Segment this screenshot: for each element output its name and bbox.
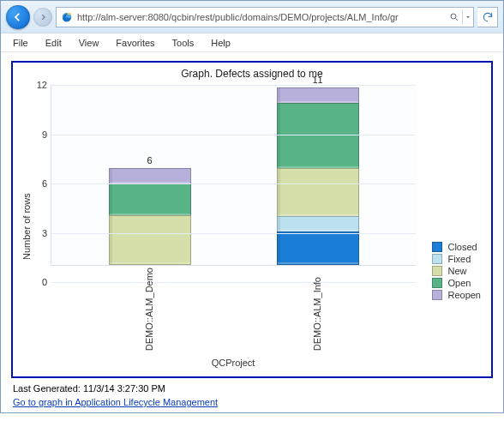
chart-title: Graph. Defects assigned to me [20, 68, 484, 80]
plot-area: Number of rows 036912 611 DEMO::ALM_Demo… [20, 85, 484, 368]
arrow-left-icon [12, 11, 24, 23]
legend-label: Reopen [447, 290, 481, 300]
bar-segment-open [277, 103, 359, 169]
menu-file[interactable]: File [4, 35, 37, 51]
search-dropdown-button[interactable] [463, 14, 473, 21]
legend-item: New [432, 265, 481, 277]
url-input[interactable] [77, 8, 447, 27]
svg-point-1 [67, 13, 71, 15]
back-button[interactable] [6, 5, 30, 29]
legend-swatch [432, 278, 442, 288]
bar-segment-reopen [109, 168, 191, 184]
bar-segment-new [277, 168, 359, 218]
legend-swatch [432, 242, 442, 252]
bar-segment-reopen [277, 87, 359, 104]
x-axis-label: QCProject [51, 358, 416, 368]
y-tick: 6 [42, 178, 47, 189]
bar-total-label: 6 [109, 155, 191, 165]
page-content: Graph. Defects assigned to me Number of … [1, 52, 503, 412]
bar-segment-new [109, 215, 191, 265]
y-axis-label: Number of rows [20, 85, 32, 368]
legend-label: New [447, 266, 466, 276]
footer: Last Generated: 11/3/14 3:27:30 PM Go to… [11, 378, 493, 407]
legend-item: Closed [432, 241, 481, 253]
y-tick: 9 [42, 129, 47, 140]
browser-toolbar [1, 1, 503, 33]
legend-label: Closed [447, 242, 477, 252]
chart-frame: Graph. Defects assigned to me Number of … [11, 61, 493, 378]
open-alm-link[interactable]: Go to graph in Application Lifecycle Man… [13, 397, 218, 407]
arrow-right-icon [39, 13, 47, 21]
bar-segment-open [109, 183, 191, 216]
menu-bar: File Edit View Favorites Tools Help [1, 33, 503, 52]
legend-swatch [432, 254, 442, 264]
menu-view[interactable]: View [70, 35, 108, 51]
menu-help[interactable]: Help [202, 35, 239, 51]
y-tick: 3 [42, 228, 47, 238]
refresh-icon [482, 11, 494, 23]
y-tick: 12 [37, 80, 47, 90]
x-axis: DEMO::ALM_DemoDEMO::ALM_Info [51, 268, 416, 356]
legend: ClosedFixedNewOpenReopen [430, 239, 483, 303]
bar-segment-fixed [277, 216, 359, 232]
legend-item: Reopen [432, 289, 481, 301]
plot-canvas: 611 [51, 85, 416, 266]
legend-swatch [432, 266, 442, 276]
bar-segment-closed [277, 232, 359, 264]
address-bar [56, 7, 474, 27]
refresh-button[interactable] [477, 7, 498, 27]
menu-tools[interactable]: Tools [164, 35, 203, 51]
bar-total-label: 11 [277, 75, 359, 85]
forward-button[interactable] [33, 8, 52, 27]
legend-label: Open [447, 278, 471, 288]
svg-point-2 [451, 14, 456, 19]
legend-swatch [432, 290, 442, 300]
ie-logo-icon [59, 9, 75, 25]
bar-stack: 11 [277, 88, 359, 265]
legend-item: Open [432, 277, 481, 289]
y-tick: 0 [42, 277, 47, 287]
legend-label: Fixed [447, 254, 471, 264]
ie-window: File Edit View Favorites Tools Help Grap… [0, 0, 504, 413]
legend-item: Fixed [432, 253, 481, 265]
search-icon[interactable] [447, 12, 462, 22]
menu-edit[interactable]: Edit [37, 35, 70, 51]
y-axis: 036912 [32, 85, 51, 282]
timestamp: Last Generated: 11/3/14 3:27:30 PM [13, 383, 491, 394]
menu-favorites[interactable]: Favorites [107, 35, 163, 51]
x-tick: DEMO::ALM_Demo [108, 268, 190, 356]
x-tick: DEMO::ALM_Info [276, 268, 358, 356]
